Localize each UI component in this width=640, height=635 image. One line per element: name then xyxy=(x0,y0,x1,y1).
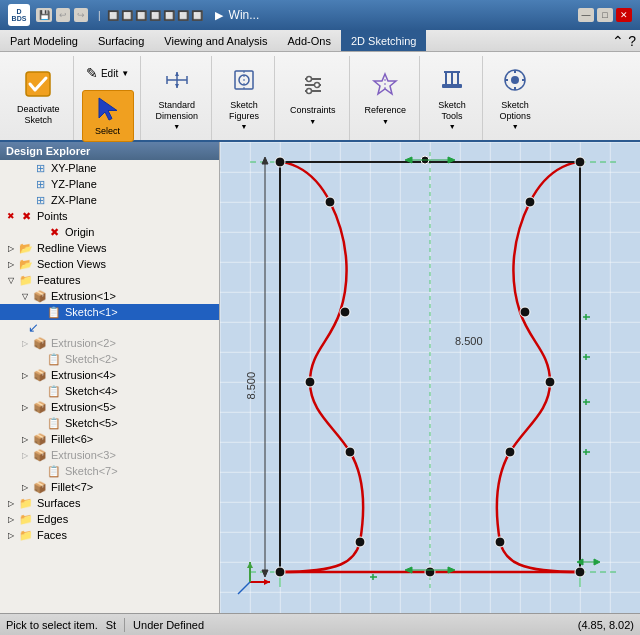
ribbon-group-sketch-figures: SketchFigures ▼ xyxy=(214,56,275,140)
ribbon-group-reference: Reference ▼ xyxy=(352,56,421,140)
standard-dimension-button[interactable]: StandardDimension ▼ xyxy=(149,64,206,132)
edit-button[interactable]: ✎ Edit ▼ xyxy=(86,58,130,88)
maximize-button[interactable]: □ xyxy=(597,8,613,22)
status-bar: Pick to select item. St Under Defined (4… xyxy=(0,613,640,635)
title-separator: ▶ xyxy=(215,9,223,22)
sketch1-label: Sketch<1> xyxy=(65,306,118,318)
fillet6-icon: 📦 xyxy=(32,432,48,446)
svg-marker-109 xyxy=(247,562,253,568)
tree-item-extrusion5[interactable]: ▷ 📦 Extrusion<5> xyxy=(0,399,219,415)
tree-item-features[interactable]: ▽ 📁 Features xyxy=(0,272,219,288)
tree-item-extrusion1[interactable]: ▽ 📦 Extrusion<1> xyxy=(0,288,219,304)
zx-plane-icon: ⊞ xyxy=(32,193,48,207)
svg-point-16 xyxy=(306,89,311,94)
sketch5-icon: 📋 xyxy=(46,416,62,430)
tree-item-edges[interactable]: ▷ 📁 Edges xyxy=(0,511,219,527)
undo-icon[interactable]: ↩ xyxy=(56,8,70,22)
tree-item-extrusion2[interactable]: ▷ 📦 Extrusion<2> xyxy=(0,335,219,351)
tree-item-faces[interactable]: ▷ 📁 Faces xyxy=(0,527,219,543)
sidebar: Design Explorer ⊞ XY-Plane ⊞ YZ-Plane ⊞ … xyxy=(0,142,220,613)
extrusion3-label: Extrusion<3> xyxy=(51,449,116,461)
tree-item-redline-views[interactable]: ▷ 📂 Redline Views xyxy=(0,240,219,256)
section-views-label: Section Views xyxy=(37,258,106,270)
close-button[interactable]: ✕ xyxy=(616,8,632,22)
tree-item-yz-plane[interactable]: ⊞ YZ-Plane xyxy=(0,176,219,192)
tree-item-sketch7[interactable]: 📋 Sketch<7> xyxy=(0,463,219,479)
status-defined: Under Defined xyxy=(133,619,204,631)
tree-item-surfaces[interactable]: ▷ 📁 Surfaces xyxy=(0,495,219,511)
tree-item-sketch4[interactable]: 📋 Sketch<4> xyxy=(0,383,219,399)
edges-icon: 📁 xyxy=(18,512,34,526)
svg-point-25 xyxy=(511,76,519,84)
extrusion2-icon: 📦 xyxy=(32,336,48,350)
menu-viewing-analysis[interactable]: Viewing and Analysis xyxy=(154,30,277,51)
extrusion1-icon: 📦 xyxy=(32,289,48,303)
menu-part-modeling[interactable]: Part Modeling xyxy=(0,30,88,51)
menu-add-ons[interactable]: Add-Ons xyxy=(278,30,341,51)
sketch-figures-icon xyxy=(230,66,258,98)
sketch7-icon: 📋 xyxy=(46,464,62,478)
quick-icons: 🔲 🔲 🔲 🔲 🔲 🔲 🔲 xyxy=(107,10,203,21)
reference-label: Reference xyxy=(365,105,407,116)
extrusion5-icon: 📦 xyxy=(32,400,48,414)
ribbon-help-btn[interactable]: ? xyxy=(628,33,636,49)
status-icon: St xyxy=(106,619,116,631)
tree-item-extrusion4[interactable]: ▷ 📦 Extrusion<4> xyxy=(0,367,219,383)
sketch-tools-button[interactable]: SketchTools ▼ xyxy=(428,64,476,132)
tree-item-section-views[interactable]: ▷ 📂 Section Views xyxy=(0,256,219,272)
tree-container[interactable]: ⊞ XY-Plane ⊞ YZ-Plane ⊞ ZX-Plane ✖ ✖ Poi… xyxy=(0,160,219,613)
tree-item-origin[interactable]: ✖ Origin xyxy=(0,224,219,240)
reference-button[interactable]: Reference ▼ xyxy=(358,64,414,132)
xy-plane-icon: ⊞ xyxy=(32,161,48,175)
minimize-button[interactable]: — xyxy=(578,8,594,22)
surfaces-label: Surfaces xyxy=(37,497,80,509)
fillet7-icon: 📦 xyxy=(32,480,48,494)
viewport[interactable]: 8.500 8.500 xyxy=(220,142,640,613)
svg-point-81 xyxy=(425,567,435,577)
origin-label: Origin xyxy=(65,226,94,238)
tree-item-sketch1[interactable]: 📋 Sketch<1> xyxy=(0,304,219,320)
edit-dropdown-icon: ▼ xyxy=(121,69,129,78)
save-icon[interactable]: 💾 xyxy=(36,8,52,22)
sketch-options-button[interactable]: SketchOptions ▼ xyxy=(491,64,539,132)
svg-point-77 xyxy=(505,447,515,457)
window-controls-left: 💾 ↩ ↪ xyxy=(36,8,88,22)
edges-label: Edges xyxy=(37,513,68,525)
extrusion3-icon: 📦 xyxy=(32,448,48,462)
svg-point-67 xyxy=(575,157,585,167)
select-button[interactable]: Select xyxy=(82,90,134,142)
xy-plane-label: XY-Plane xyxy=(51,162,96,174)
tree-item-points[interactable]: ✖ ✖ Points xyxy=(0,208,219,224)
sketch1-icon: 📋 xyxy=(46,305,62,319)
tree-item-xy-plane[interactable]: ⊞ XY-Plane xyxy=(0,160,219,176)
constraints-icon xyxy=(299,71,327,103)
separator: | xyxy=(98,10,101,21)
svg-marker-113 xyxy=(594,559,600,565)
tree-item-extrusion3[interactable]: ▷ 📦 Extrusion<3> xyxy=(0,447,219,463)
expand-fil7: ▷ xyxy=(18,483,32,492)
surfaces-icon: 📁 xyxy=(18,496,34,510)
tree-item-fillet6[interactable]: ▷ 📦 Fillet<6> xyxy=(0,431,219,447)
tree-item-sketch2[interactable]: 📋 Sketch<2> xyxy=(0,351,219,367)
expand-faces: ▷ xyxy=(4,531,18,540)
yz-plane-icon: ⊞ xyxy=(32,177,48,191)
redline-views-label: Redline Views xyxy=(37,242,107,254)
svg-point-68 xyxy=(275,567,285,577)
tree-item-zx-plane[interactable]: ⊞ ZX-Plane xyxy=(0,192,219,208)
ribbon-collapse-btn[interactable]: ⌃ xyxy=(612,33,624,49)
section-views-icon: 📂 xyxy=(18,257,34,271)
tree-item-sketch5[interactable]: 📋 Sketch<5> xyxy=(0,415,219,431)
menu-2d-sketching[interactable]: 2D Sketching xyxy=(341,30,426,51)
deactivate-sketch-button[interactable]: DeactivateSketch xyxy=(10,64,67,132)
reference-icon xyxy=(371,71,399,103)
q4: 🔲 xyxy=(149,10,161,21)
sketch-figures-button[interactable]: SketchFigures ▼ xyxy=(220,64,268,132)
sketch-canvas: 8.500 xyxy=(220,142,640,613)
constraints-button[interactable]: Constraints ▼ xyxy=(283,64,343,132)
tree-item-fillet7[interactable]: ▷ 📦 Fillet<7> xyxy=(0,479,219,495)
redo-icon[interactable]: ↪ xyxy=(74,8,88,22)
svg-marker-103 xyxy=(262,157,268,164)
q6: 🔲 xyxy=(177,10,189,21)
menu-surfacing[interactable]: Surfacing xyxy=(88,30,154,51)
expand-fil6: ▷ xyxy=(18,435,32,444)
